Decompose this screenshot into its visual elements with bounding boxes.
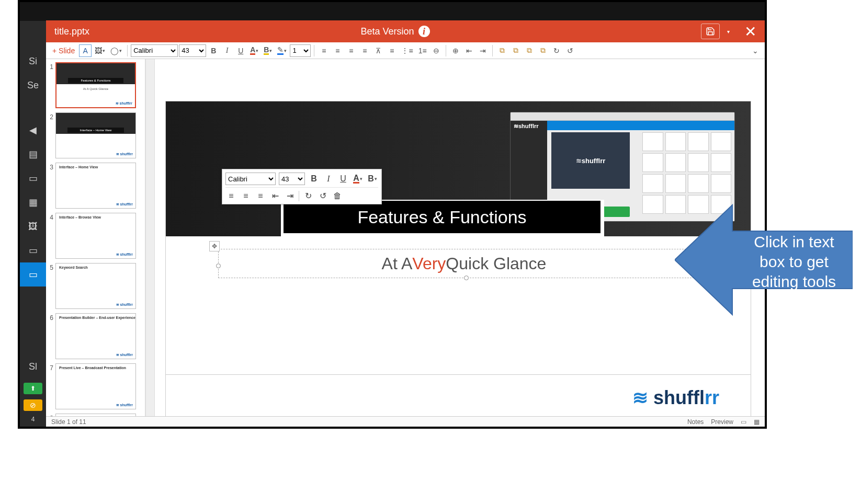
display-icon[interactable]: ▭	[20, 166, 46, 190]
indent-left-icon[interactable]: ⇤	[463, 44, 475, 57]
mini-indent-left-icon[interactable]: ⇤	[269, 190, 281, 202]
upload-icon[interactable]: ⬆	[24, 383, 42, 394]
mini-align-right-icon[interactable]: ≡	[255, 190, 266, 202]
page-icon[interactable]: ▤	[20, 142, 46, 166]
callout-arrow: Click in text box to get editing tools	[675, 184, 853, 336]
save-dropdown-icon[interactable]: ▾	[724, 29, 733, 35]
host-tab-se[interactable]: Se	[20, 73, 46, 97]
picture-icon[interactable]: 🖼▾	[93, 44, 107, 57]
subtitle-pre: At A	[382, 254, 413, 273]
outdent-circle-icon[interactable]: ⊖	[430, 44, 443, 57]
host-tab-sl[interactable]: Sl	[20, 354, 46, 379]
shape-icon[interactable]: ◯▾	[108, 44, 124, 57]
block-icon[interactable]: ⊘	[24, 399, 42, 411]
numbering-icon[interactable]: 1≡	[416, 44, 429, 57]
mini-align-center-icon[interactable]: ≡	[240, 190, 252, 202]
slide-thumbnail[interactable]: Interface – Home Viewshufflrr	[55, 112, 136, 158]
thumb-row[interactable]: 5Keyword Searchshufflrr	[47, 263, 144, 309]
close-button[interactable]: ✕	[744, 23, 756, 40]
indent-right-icon[interactable]: ⇥	[477, 44, 489, 57]
slide-canvas[interactable]: ≋shufflrr ≋shufflrr Features & Functions	[165, 101, 751, 416]
callout-text: Click in text box to get editing tools	[741, 232, 847, 292]
thumb-row[interactable]: 6Presentation Builder – End-user Experie…	[47, 313, 144, 359]
font-select[interactable]: Calibri	[131, 44, 178, 57]
thumb-row[interactable]: 1Features & FunctionsAt A Quick Glancesh…	[47, 62, 144, 108]
status-bar: Slide 1 of 11 Notes Preview ▭ ▦	[46, 416, 765, 427]
chevron-down-icon[interactable]: ⌄	[749, 44, 762, 57]
italic-button[interactable]: I	[221, 44, 233, 57]
canvas-area[interactable]: ≋shufflrr ≋shufflrr Features & Functions	[155, 59, 765, 416]
brand-logo: shufflrr	[632, 387, 719, 409]
save-button[interactable]	[701, 24, 720, 39]
slide-thumbnail[interactable]: Interface – Home Viewshufflrr	[55, 163, 136, 209]
floating-format-toolbar[interactable]: Calibri 43 B I U A▾ B▾ ≡ ≡ ≡ ⇤ ⇥	[222, 169, 382, 204]
bold-button[interactable]: B	[207, 44, 220, 57]
slide-subtitle-textbox[interactable]: ✥ At A Very Quick Glance	[218, 249, 710, 278]
mini-redo-icon[interactable]: ↻	[302, 190, 314, 202]
mini-indent-right-icon[interactable]: ⇥	[284, 190, 296, 202]
align-center-icon[interactable]: ≡	[331, 44, 344, 57]
notes-toggle[interactable]: Notes	[687, 418, 704, 426]
underline-button[interactable]: U	[234, 44, 247, 57]
mini-align-left-icon[interactable]: ≡	[225, 190, 237, 202]
slide-thumbnail[interactable]: Interface – Browse Viewshufflrr	[55, 213, 136, 259]
mini-italic-button[interactable]: I	[323, 173, 334, 185]
align-left-icon[interactable]: ≡	[318, 44, 330, 57]
align-right-icon[interactable]: ≡	[345, 44, 357, 57]
mini-delete-icon[interactable]: 🗑	[332, 190, 343, 202]
thumb-scrollbar[interactable]	[145, 59, 155, 416]
host-tab-si[interactable]: Si	[20, 49, 46, 73]
slide-thumbnail[interactable]: Present Live – Broadcast Presentationshu…	[55, 363, 136, 409]
version-label: Beta Version	[360, 26, 414, 37]
slide-thumbnail[interactable]: Keyword Searchshufflrr	[55, 263, 136, 309]
slide-thumbnail[interactable]: Presentation Builder – End-user Experien…	[55, 313, 136, 359]
mini-bold-button[interactable]: B	[308, 173, 320, 185]
duplicate-icon[interactable]: ⧉	[523, 44, 536, 57]
pen-button[interactable]: ✎▾	[275, 44, 289, 57]
divider	[166, 374, 751, 375]
move-handle-icon[interactable]: ✥	[209, 241, 220, 251]
thumb-row[interactable]: 4Interface – Browse Viewshufflrr	[47, 213, 144, 259]
add-slide-button[interactable]: + Slide	[49, 47, 78, 55]
thumb-number: 5	[47, 263, 55, 271]
slide-thumbnail[interactable]: Features & FunctionsAt A Quick Glanceshu…	[55, 62, 136, 108]
mini-font-color-button[interactable]: A▾	[352, 173, 364, 185]
valign-top-icon[interactable]: ⊼	[372, 44, 384, 57]
thumb-row[interactable]: 3Interface – Home Viewshufflrr	[47, 163, 144, 209]
valign-mid-icon[interactable]: ≡	[386, 44, 398, 57]
paste-icon[interactable]: ⧉	[509, 44, 522, 57]
indent-plus-icon[interactable]: ⊕	[449, 44, 462, 57]
app-frame: Si Se ◀ ▤ ▭ ▦ 🖼 ▭ ▭ Sl ⬆ ⊘ 4 title.pptx …	[18, 0, 767, 429]
view-normal-icon[interactable]: ▭	[741, 418, 746, 426]
font-color-button[interactable]: A▾	[248, 44, 260, 57]
info-icon[interactable]: i	[418, 26, 430, 37]
mini-font-select[interactable]: Calibri	[225, 173, 276, 185]
textbox-icon[interactable]: A	[79, 44, 92, 57]
bullets-icon[interactable]: ⋮≡	[399, 44, 415, 57]
undo-icon[interactable]: ↺	[564, 44, 576, 57]
mini-size-select[interactable]: 43	[279, 173, 305, 185]
font-size-select[interactable]: 43	[179, 44, 206, 57]
thumb-row[interactable]: 7Present Live – Broadcast Presentationsh…	[47, 363, 144, 409]
preview-toggle[interactable]: Preview	[711, 418, 733, 426]
redo-icon[interactable]: ↻	[550, 44, 563, 57]
thumb-row[interactable]: 2Interface – Home Viewshufflrr	[47, 112, 144, 158]
lineheight-select[interactable]: 1	[290, 44, 311, 57]
mini-highlight-button[interactable]: B▾	[367, 173, 378, 185]
group-icon[interactable]: ⧉	[537, 44, 549, 57]
film-icon[interactable]: ▭	[20, 238, 46, 262]
host-titlebar	[20, 2, 765, 21]
thumb-number: 6	[47, 313, 55, 322]
slide-title[interactable]: Features & Functions	[284, 201, 601, 233]
align-justify-icon[interactable]: ≡	[358, 44, 371, 57]
copy-icon[interactable]: ⧉	[496, 44, 508, 57]
view-grid-icon[interactable]: ▦	[754, 418, 760, 426]
back-icon[interactable]: ◀	[20, 118, 46, 142]
mini-underline-button[interactable]: U	[337, 173, 349, 185]
editor-window: title.pptx Beta Version i ▾ ✕ + Slide A …	[46, 20, 765, 427]
grid-icon[interactable]: ▦	[20, 190, 46, 214]
present-icon[interactable]: ▭	[20, 262, 46, 287]
image-icon[interactable]: 🖼	[20, 214, 46, 238]
mini-undo-icon[interactable]: ↺	[317, 190, 328, 202]
highlight-button[interactable]: B▾	[262, 44, 274, 57]
